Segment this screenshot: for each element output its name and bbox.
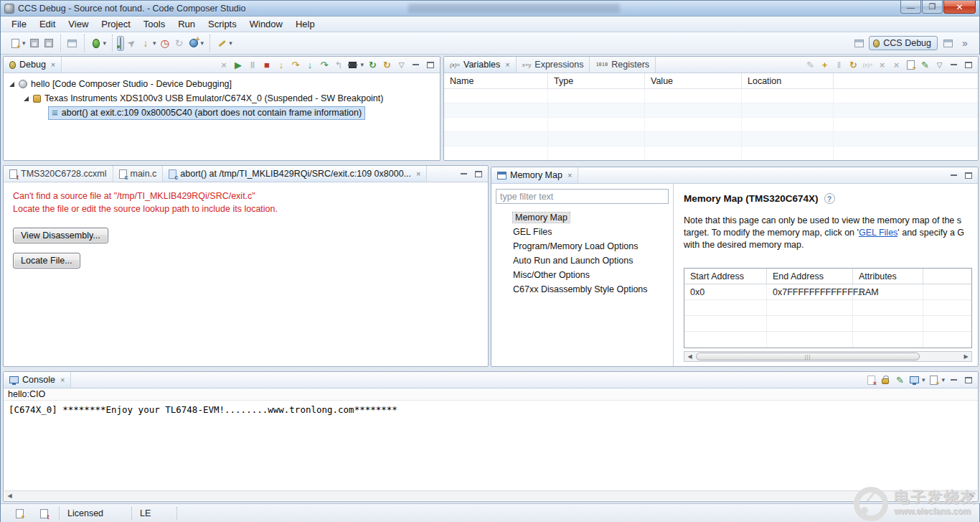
tab-debug[interactable]: Debug × [4, 57, 62, 73]
tab-registers[interactable]: 1010 Registers [590, 57, 656, 73]
close-icon[interactable]: × [416, 169, 420, 178]
maximize-view-icon[interactable] [962, 169, 974, 182]
table-row[interactable] [444, 118, 978, 132]
assembly-step-over-icon[interactable]: ↷ [318, 58, 330, 71]
table-row[interactable] [444, 89, 978, 103]
debug-tree-row-emulator[interactable]: Texas Instruments XDS100v3 USB Emulator/… [4, 91, 440, 106]
refresh-variables-icon[interactable]: ↻ [847, 58, 859, 71]
scrollbar-thumb[interactable]: ||| [696, 353, 920, 360]
add-global-variables-icon[interactable]: + [819, 58, 831, 71]
display-console-dropdown-icon[interactable]: ▾ [922, 376, 925, 383]
status-page-star-icon[interactable]: + [13, 506, 26, 521]
nav-item-memory-map[interactable]: Memory Map [496, 210, 669, 225]
resume-icon[interactable]: ▶ [232, 58, 244, 71]
maximize-view-icon[interactable] [962, 58, 974, 71]
maximize-view-icon[interactable] [472, 167, 484, 180]
target-dropdown-icon[interactable]: ▾ [201, 39, 204, 47]
processor-menu-icon[interactable] [347, 58, 359, 71]
close-icon[interactable]: × [51, 60, 55, 69]
ccs-debug-perspective-button[interactable]: CCS Debug [869, 36, 938, 50]
help-icon[interactable]: ? [824, 193, 835, 204]
tab-memory-map[interactable]: Memory Map × [491, 167, 578, 183]
minimize-view-icon[interactable] [458, 167, 470, 180]
view-disassembly-button[interactable]: View Disassembly... [13, 228, 108, 243]
minimize-button[interactable]: — [900, 1, 921, 14]
view-menu-icon[interactable]: ▽ [395, 58, 407, 71]
close-icon[interactable]: × [567, 171, 572, 180]
scroll-left-icon[interactable]: ◀ [4, 493, 15, 499]
view-menu-icon[interactable]: ▽ [933, 58, 946, 71]
scroll-lock-icon[interactable] [880, 373, 892, 386]
save-all-icon[interactable] [42, 36, 55, 50]
menu-file[interactable]: File [5, 17, 33, 31]
display-selected-console-icon[interactable] [908, 373, 920, 386]
scroll-left-icon[interactable]: ◀ [684, 353, 695, 360]
flash-tool-icon[interactable] [215, 36, 228, 50]
menu-help[interactable]: Help [289, 17, 321, 31]
nav-item-program-memory-load-options[interactable]: Program/Memory Load Options [496, 239, 669, 253]
assembly-step-into-icon[interactable]: ↓ [303, 58, 316, 71]
open-perspective-icon[interactable] [852, 36, 865, 50]
debug-tree-row-launch[interactable]: hello [Code Composer Studio - Device Deb… [4, 77, 440, 91]
horizontal-scrollbar[interactable]: ◀ ||| ▶ [684, 351, 972, 362]
selected-stack-frame[interactable]: ≡ abort() at exit.c:109 0x80005C40 (abor… [48, 106, 365, 120]
new-dropdown-icon[interactable]: ▾ [22, 39, 26, 47]
column-location[interactable]: Location [742, 73, 834, 88]
debug-dropdown-icon[interactable]: ▾ [103, 39, 107, 47]
expanded-twisty-icon[interactable] [9, 82, 14, 87]
locate-file-button[interactable]: Locate File... [13, 253, 80, 269]
window-icon[interactable] [66, 36, 79, 50]
memory-range-row[interactable]: 0x0 0x7FFFFFFFFFFFFF... RAM [684, 284, 971, 300]
column-value[interactable]: Value [645, 73, 742, 88]
tab-ccxml[interactable]: t TMS320C6728.ccxml [4, 166, 113, 182]
remove-console-icon[interactable]: × [865, 373, 877, 386]
minimize-view-icon[interactable] [948, 373, 960, 386]
tab-abort-exit-c[interactable]: c abort() at /tmp/TI_MKLIB429RQi/SRC/exi… [163, 166, 427, 182]
reset-cpu-icon[interactable]: ◷ [159, 36, 171, 50]
tab-expressions[interactable]: x+y Expressions [517, 57, 590, 73]
menu-run[interactable]: Run [171, 17, 202, 31]
terminate-icon[interactable]: ■ [260, 58, 273, 71]
console-horizontal-scrollbar[interactable]: ◀ ▶ [4, 490, 977, 500]
gel-files-link[interactable]: GEL Files [859, 228, 897, 238]
column-type[interactable]: Type [548, 73, 645, 88]
open-console-icon[interactable]: + [928, 373, 940, 386]
menu-window[interactable]: Window [243, 17, 289, 31]
step-into-icon[interactable]: ↓ [275, 58, 287, 71]
restore-icon[interactable]: ↻ [173, 36, 186, 50]
nav-item-c67xx-disassembly-style-options[interactable]: C67xx Disassembly Style Options [496, 282, 669, 297]
open-console-dropdown-icon[interactable]: ▾ [941, 376, 945, 383]
load-program-icon[interactable]: ↓ [139, 36, 152, 50]
menu-view[interactable]: View [62, 17, 95, 31]
status-page-target-icon[interactable]: t [37, 506, 50, 521]
debug-tree-row-frame[interactable]: ≡ abort() at exit.c:109 0x80005C40 (abor… [4, 106, 440, 120]
column-name[interactable]: Name [444, 73, 548, 88]
tab-variables[interactable]: (x)= Variables × [444, 57, 517, 73]
menu-scripts[interactable]: Scripts [202, 17, 243, 31]
column-attributes[interactable]: Attributes [853, 269, 923, 284]
step-return-icon[interactable]: ↰ [332, 58, 344, 71]
filter-input[interactable] [496, 189, 669, 204]
nav-item-auto-run-launch-options[interactable]: Auto Run and Launch Options [496, 253, 669, 268]
console-output[interactable]: [C674X_0] ********Enjoy your TL6748-EVM!… [4, 401, 978, 419]
table-row[interactable] [444, 103, 978, 118]
menu-tools[interactable]: Tools [137, 17, 171, 31]
close-button[interactable]: ✕ [943, 1, 976, 14]
collapse-all-icon[interactable]: ‖ [833, 58, 845, 71]
suspend-icon[interactable]: ‖ [246, 58, 258, 71]
maximize-view-icon[interactable] [424, 58, 436, 71]
menu-edit[interactable]: Edit [33, 17, 62, 31]
save-icon[interactable] [28, 36, 41, 50]
load-dropdown-icon[interactable]: ▾ [153, 39, 156, 47]
perspective-more-icon[interactable]: » [958, 36, 971, 50]
remove-all-icon[interactable]: × [890, 58, 903, 71]
refresh-icon[interactable]: ↻ [381, 58, 393, 71]
flash-dropdown-icon[interactable]: ▾ [229, 39, 232, 47]
show-type-names-icon[interactable]: ✎ [804, 58, 816, 71]
maximize-view-icon[interactable] [962, 373, 974, 386]
processor-dropdown-icon[interactable]: ▾ [360, 61, 364, 68]
nav-item-gel-files[interactable]: GEL Files [496, 225, 669, 239]
step-over-icon[interactable]: ↷ [289, 58, 301, 71]
menu-project[interactable]: Project [95, 17, 136, 31]
debug-launch-icon[interactable] [90, 36, 103, 50]
